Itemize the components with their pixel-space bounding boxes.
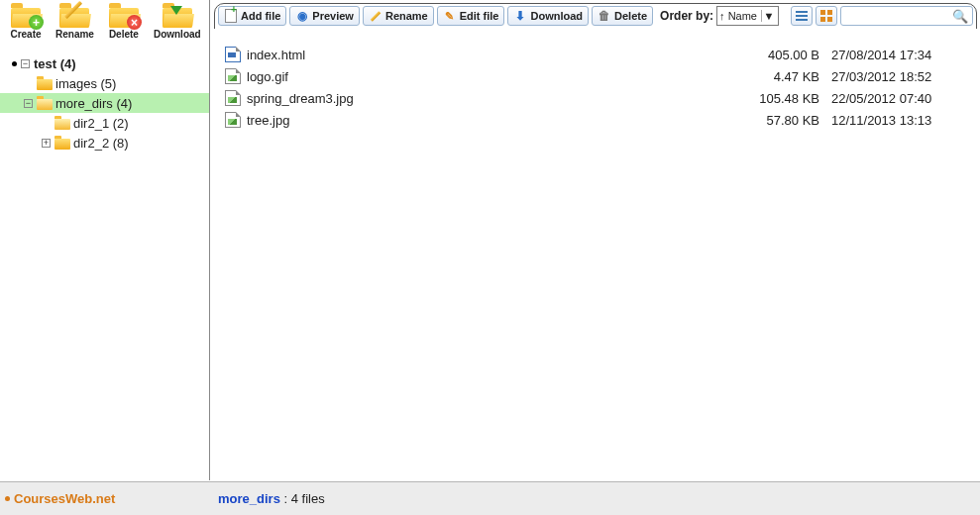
download-label: Download xyxy=(154,29,201,40)
file-name: index.html xyxy=(247,48,742,62)
rename-folder-button[interactable]: Rename xyxy=(55,4,94,40)
status-right: more_dirs : 4 files xyxy=(210,491,325,506)
grid-view-icon xyxy=(820,10,832,22)
download-icon: ⬇ xyxy=(513,9,527,23)
folder-download-icon xyxy=(162,4,193,28)
collapse-icon[interactable]: − xyxy=(24,99,33,108)
collapse-icon[interactable]: − xyxy=(21,59,30,68)
delete-button[interactable]: 🗑Delete xyxy=(592,6,653,26)
button-label: Preview xyxy=(312,10,354,22)
create-folder-button[interactable]: + Create xyxy=(10,4,42,40)
file-size: 4.47 KB xyxy=(742,69,831,84)
folder-rename-icon xyxy=(58,4,90,28)
file-size: 105.48 KB xyxy=(742,91,831,106)
file-row[interactable]: index.html405.00 B27/08/2014 17:34 xyxy=(211,44,980,65)
search-icon: 🔍 xyxy=(952,9,968,24)
tree-label: dir2_1 (2) xyxy=(73,116,129,131)
file-date: 12/11/2013 13:13 xyxy=(831,113,980,128)
sidebar-toolbar: + Create Rename × Delete Download xyxy=(0,0,209,42)
folder-create-icon: + xyxy=(10,4,42,28)
button-label: Delete xyxy=(614,10,647,22)
file-row[interactable]: spring_dream3.jpg105.48 KB22/05/2012 07:… xyxy=(211,87,980,109)
folder-tree: −test (4)images (5)−more_dirs (4)dir2_1 … xyxy=(0,53,209,153)
delete-label: Delete xyxy=(109,29,139,40)
button-label: Rename xyxy=(385,10,428,22)
file-name: spring_dream3.jpg xyxy=(247,91,742,106)
sidebar: + Create Rename × Delete Download xyxy=(0,0,210,480)
file-row[interactable]: tree.jpg57.80 KB12/11/2013 13:13 xyxy=(211,109,980,131)
site-link[interactable]: CoursesWeb.net xyxy=(14,491,115,506)
tree-node[interactable]: +dir2_2 (8) xyxy=(0,133,209,153)
file-img-icon xyxy=(225,68,241,84)
addfile-icon xyxy=(224,9,238,23)
button-label: Download xyxy=(530,10,583,22)
edit-button[interactable]: ✎Edit file xyxy=(437,6,505,26)
file-img-icon xyxy=(225,112,241,128)
folder-icon xyxy=(37,77,53,90)
expand-icon[interactable]: + xyxy=(42,139,51,148)
status-bar: CoursesWeb.net more_dirs : 4 files xyxy=(0,481,980,515)
status-sep: : xyxy=(280,491,291,506)
list-view-button[interactable] xyxy=(791,6,813,26)
file-date: 27/03/2012 18:52 xyxy=(831,69,980,84)
tree-node[interactable]: images (5) xyxy=(0,73,209,93)
create-label: Create xyxy=(10,29,41,40)
main-toolbar: Add file◉PreviewRename✎Edit file⬇Downloa… xyxy=(214,3,977,39)
rename-label: Rename xyxy=(55,29,94,40)
folder-icon xyxy=(37,97,53,110)
button-label: Add file xyxy=(241,10,280,22)
bullet-icon xyxy=(12,61,17,66)
folder-icon xyxy=(54,137,70,150)
order-by-select[interactable]: ↑ Name ▼ xyxy=(716,6,779,26)
button-label: Edit file xyxy=(460,10,499,22)
file-size: 57.80 KB xyxy=(742,113,831,128)
tree-label: dir2_2 (8) xyxy=(73,136,129,151)
order-by-label: Order by: xyxy=(660,9,713,23)
leaf-icon xyxy=(24,79,33,88)
grid-view-button[interactable] xyxy=(816,6,837,26)
status-left: CoursesWeb.net xyxy=(0,491,210,506)
file-date: 22/05/2012 07:40 xyxy=(831,91,980,106)
leaf-icon xyxy=(42,119,51,128)
folder-delete-icon: × xyxy=(108,4,140,28)
tree-label: images (5) xyxy=(55,76,116,91)
file-row[interactable]: logo.gif4.47 KB27/03/2012 18:52 xyxy=(211,65,980,87)
file-list: index.html405.00 B27/08/2014 17:34logo.g… xyxy=(211,38,980,480)
delete-icon: 🗑 xyxy=(598,9,611,23)
order-by-value: ↑ Name xyxy=(719,10,757,22)
main-panel: Add file◉PreviewRename✎Edit file⬇Downloa… xyxy=(211,0,980,480)
download-button[interactable]: ⬇Download xyxy=(507,6,589,26)
edit-icon: ✎ xyxy=(443,9,457,23)
status-count: 4 files xyxy=(291,491,325,506)
download-folder-button[interactable]: Download xyxy=(154,4,201,40)
file-name: logo.gif xyxy=(247,69,742,84)
tree-label: more_dirs (4) xyxy=(55,96,132,111)
rename-button[interactable]: Rename xyxy=(363,6,434,26)
file-name: tree.jpg xyxy=(247,113,742,128)
tree-node[interactable]: dir2_1 (2) xyxy=(0,113,209,133)
tree-label: test (4) xyxy=(34,56,76,71)
preview-icon: ◉ xyxy=(295,9,309,23)
folder-icon xyxy=(54,117,70,130)
delete-folder-button[interactable]: × Delete xyxy=(108,4,140,40)
preview-button[interactable]: ◉Preview xyxy=(289,6,360,26)
dropdown-arrow-icon: ▼ xyxy=(761,10,776,22)
tree-node[interactable]: −test (4) xyxy=(0,53,209,73)
file-size: 405.00 B xyxy=(742,48,831,62)
addfile-button[interactable]: Add file xyxy=(218,6,286,26)
search-input[interactable]: 🔍 xyxy=(840,6,973,26)
file-img-icon xyxy=(225,90,241,106)
file-date: 27/08/2014 17:34 xyxy=(831,48,980,62)
status-dir: more_dirs xyxy=(218,491,280,506)
bullet-icon xyxy=(5,496,10,501)
file-html-icon xyxy=(225,47,241,62)
list-view-icon xyxy=(796,11,808,21)
tree-node[interactable]: −more_dirs (4) xyxy=(0,93,209,113)
rename-icon xyxy=(369,9,382,23)
